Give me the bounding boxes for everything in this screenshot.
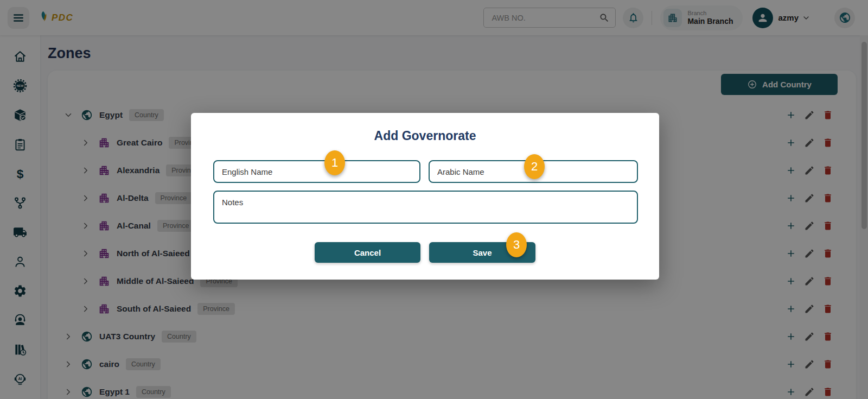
modal-title: Add Governorate bbox=[191, 129, 659, 143]
notes-input[interactable] bbox=[213, 191, 638, 224]
add-governorate-modal: Add Governorate Cancel Save bbox=[191, 113, 659, 280]
annotation-badge-2: 2 bbox=[524, 154, 545, 179]
annotation-badge-3: 3 bbox=[506, 232, 527, 257]
english-name-input[interactable] bbox=[213, 160, 420, 183]
cancel-button[interactable]: Cancel bbox=[315, 242, 420, 263]
annotation-badge-1: 1 bbox=[324, 150, 345, 175]
